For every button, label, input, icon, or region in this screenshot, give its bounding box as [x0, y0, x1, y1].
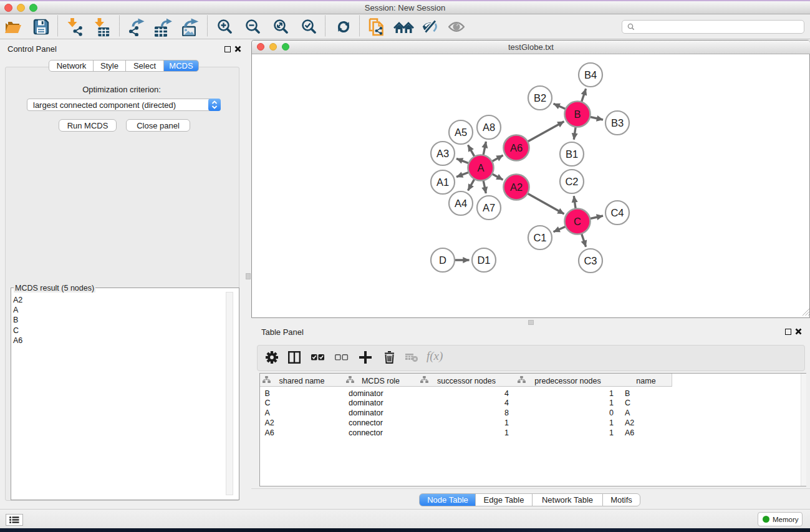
svg-text:A: A	[477, 162, 484, 173]
svg-text:C1: C1	[533, 232, 546, 243]
svg-text:B: B	[574, 109, 581, 120]
svg-text:A6: A6	[510, 142, 523, 153]
svg-text:A1: A1	[436, 177, 449, 188]
svg-text:C2: C2	[565, 176, 578, 187]
svg-text:A5: A5	[455, 127, 467, 138]
svg-text:A4: A4	[455, 198, 467, 209]
svg-text:D: D	[439, 254, 446, 266]
svg-text:C: C	[574, 216, 581, 227]
svg-text:A7: A7	[483, 202, 495, 213]
svg-text:D1: D1	[477, 254, 490, 266]
svg-text:A3: A3	[436, 148, 449, 159]
svg-text:A8: A8	[483, 122, 495, 133]
svg-text:B4: B4	[584, 69, 597, 80]
svg-text:C3: C3	[584, 255, 597, 266]
svg-text:A2: A2	[510, 181, 523, 193]
svg-text:B2: B2	[534, 92, 546, 104]
svg-text:B3: B3	[611, 117, 624, 128]
svg-text:B1: B1	[566, 148, 578, 160]
svg-text:C4: C4	[610, 207, 624, 218]
